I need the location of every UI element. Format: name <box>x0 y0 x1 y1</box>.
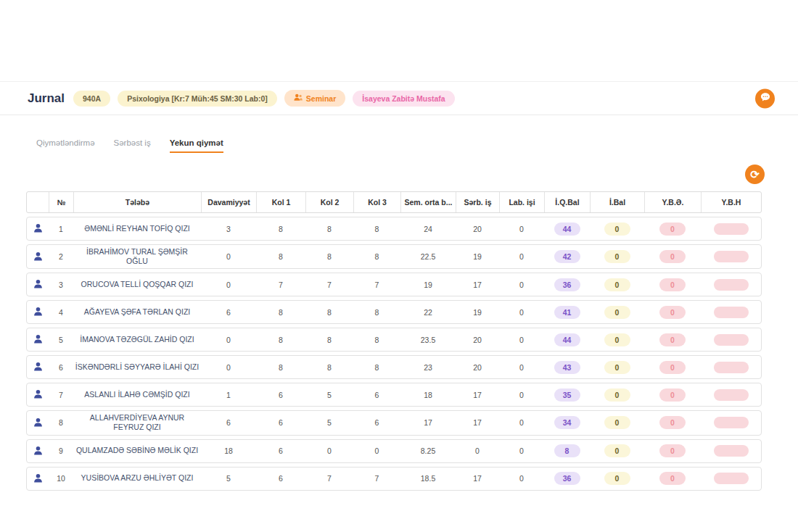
sem-orta-value: 23 <box>400 361 456 374</box>
row-number: 4 <box>49 306 73 319</box>
iq-bal-badge: 36 <box>554 472 580 485</box>
student-profile-button[interactable] <box>27 249 49 265</box>
table-row[interactable]: 2 İBRAHİMOV TURAL ŞƏMŞİR OĞLU 0 8 8 8 22… <box>26 244 762 269</box>
kol3-value: 0 <box>353 444 400 457</box>
teacher-badge: İsayeva Zabitə Mustafa <box>353 91 454 107</box>
serb-is-value: 20 <box>456 223 499 236</box>
ybe-badge: 0 <box>659 278 686 291</box>
ybe-badge: 0 <box>659 444 686 457</box>
student-name: ƏMƏNLİ REYHAN TOFİQ QIZI <box>73 222 201 236</box>
refresh-button[interactable]: ⟳ <box>745 165 765 184</box>
student-profile-button[interactable] <box>27 221 49 236</box>
student-profile-button[interactable] <box>27 359 49 375</box>
sem-orta-value: 18.5 <box>400 472 456 485</box>
kol1-value: 6 <box>256 388 305 402</box>
table-row[interactable]: 10 YUSİBOVA ARZU ƏHLİYƏT QIZI 5 6 7 7 18… <box>26 467 762 491</box>
kol2-value: 5 <box>305 388 353 402</box>
person-group-icon <box>294 93 303 103</box>
kol2-value: 8 <box>305 361 353 374</box>
serb-is-value: 20 <box>456 361 499 374</box>
kol3-value: 8 <box>353 333 400 346</box>
iq-bal-badge: 42 <box>554 250 580 263</box>
kol1-value: 8 <box>256 223 305 236</box>
table-row[interactable]: 7 ASLANLI İLAHƏ CƏMŞİD QIZI 1 6 5 6 18 1… <box>26 383 762 407</box>
student-profile-button[interactable] <box>27 415 49 431</box>
i-bal-badge: 0 <box>604 361 630 374</box>
column-header-kol2: Kol 2 <box>305 192 353 212</box>
table-row[interactable]: 3 ORUCOVA TELLİ QOŞQAR QIZI 0 7 7 7 19 1… <box>26 273 762 296</box>
row-number: 8 <box>49 416 73 429</box>
sem-orta-value: 22 <box>400 306 456 319</box>
i-bal-badge: 0 <box>604 444 630 457</box>
student-profile-button[interactable] <box>27 332 49 347</box>
journal-app: Jurnal 940A Psixologiya [Kr:7 Müh:45 SM:… <box>0 0 798 491</box>
student-profile-button[interactable] <box>27 444 49 459</box>
row-number: 3 <box>49 278 73 291</box>
davamiyyet-value: 0 <box>201 250 256 263</box>
grades-table: № Tələbə Davamiyyət Kol 1 Kol 2 Kol 3 Se… <box>26 191 762 491</box>
sem-orta-value: 17 <box>400 416 456 429</box>
student-icon <box>33 417 43 428</box>
tab-yekun-qiymet[interactable]: Yekun qiymət <box>170 138 223 153</box>
kol1-value: 6 <box>256 416 305 429</box>
davamiyyet-value: 6 <box>201 306 256 319</box>
ybe-badge: 0 <box>659 388 686 402</box>
serb-is-value: 0 <box>456 444 499 457</box>
kol3-value: 8 <box>353 223 400 236</box>
table-body: 1 ƏMƏNLİ REYHAN TOFİQ QIZI 3 8 8 8 24 20… <box>26 217 762 491</box>
column-header-lab-isi: Lab. işi <box>499 192 544 212</box>
iq-bal-badge: 41 <box>554 306 580 319</box>
table-row[interactable]: 1 ƏMƏNLİ REYHAN TOFİQ QIZI 3 8 8 8 24 20… <box>26 217 762 241</box>
iq-bal-badge: 36 <box>554 278 580 291</box>
refresh-icon: ⟳ <box>750 169 760 180</box>
tab-bar: Qiymətləndirmə Sərbəst iş Yekun qiymət <box>0 115 798 153</box>
ybh-badge <box>714 223 749 235</box>
chat-button[interactable] <box>755 88 775 108</box>
student-profile-button[interactable] <box>27 471 49 486</box>
student-profile-button[interactable] <box>27 277 49 292</box>
row-number: 7 <box>49 388 73 402</box>
kol3-value: 8 <box>353 306 400 319</box>
student-icon <box>33 252 43 262</box>
ybe-badge: 0 <box>659 361 686 374</box>
ybe-badge: 0 <box>659 472 686 485</box>
tab-qiymetlendirme[interactable]: Qiymətləndirmə <box>36 138 95 153</box>
davamiyyet-value: 6 <box>201 416 256 429</box>
i-bal-badge: 0 <box>604 306 630 319</box>
serb-is-value: 17 <box>456 278 499 291</box>
kol1-value: 8 <box>256 333 305 346</box>
student-icon <box>33 389 43 400</box>
serb-is-value: 17 <box>456 472 499 485</box>
column-header-ybe: Y.B.Ə. <box>644 192 701 212</box>
student-name: AĞAYEVA ŞƏFA TƏRLAN QIZI <box>73 305 201 319</box>
kol2-value: 0 <box>305 444 353 457</box>
student-profile-button[interactable] <box>27 304 49 320</box>
row-number: 10 <box>49 472 73 485</box>
ybe-badge: 0 <box>659 306 686 319</box>
table-row[interactable]: 4 AĞAYEVA ŞƏFA TƏRLAN QIZI 6 8 8 8 22 19… <box>26 300 762 324</box>
ybh-badge <box>714 251 749 262</box>
tab-serbest-is[interactable]: Sərbəst iş <box>114 138 151 153</box>
column-header-iq-bal: İ.Q.Bal <box>544 192 590 212</box>
kol2-value: 8 <box>305 306 353 319</box>
student-name: İBRAHİMOV TURAL ŞƏMŞİR OĞLU <box>73 245 201 268</box>
student-name: ALLAHVERDİYEVA AYNUR FEYRUZ QIZI <box>73 411 201 434</box>
davamiyyet-value: 5 <box>201 472 256 485</box>
column-header-i-bal: İ.Bal <box>590 192 644 212</box>
kol2-value: 7 <box>305 278 353 291</box>
table-row[interactable]: 9 QULAMZADƏ SƏBİNƏ MƏLİK QIZI 18 6 0 0 8… <box>26 439 762 463</box>
kol2-value: 8 <box>305 333 353 346</box>
table-row[interactable]: 8 ALLAHVERDİYEVA AYNUR FEYRUZ QIZI 6 6 5… <box>26 410 762 435</box>
davamiyyet-value: 18 <box>201 444 256 457</box>
serb-is-value: 17 <box>456 388 499 402</box>
ybh-badge <box>714 279 749 291</box>
app-header: Jurnal 940A Psixologiya [Kr:7 Müh:45 SM:… <box>0 81 798 115</box>
kol3-value: 6 <box>353 416 400 429</box>
student-icon <box>33 362 43 373</box>
ybe-badge: 0 <box>659 250 686 263</box>
kol2-value: 5 <box>305 416 353 429</box>
table-row[interactable]: 6 İSKƏNDƏRLİ SƏYYARƏ İLAHİ QIZI 0 8 8 8 … <box>26 355 762 379</box>
student-profile-button[interactable] <box>27 387 49 402</box>
kol3-value: 8 <box>353 250 400 263</box>
table-row[interactable]: 5 İMANOVA TƏZƏGÜL ZAHİD QIZI 0 8 8 8 23.… <box>26 328 762 352</box>
